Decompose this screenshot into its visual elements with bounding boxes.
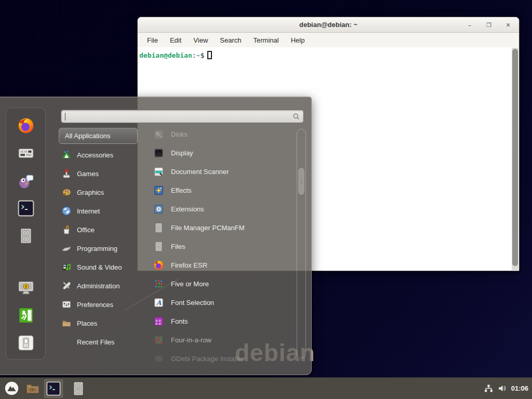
favorite-lock-screen[interactable] (17, 279, 35, 297)
app-font-selection[interactable]: AFont Selection (146, 293, 297, 312)
tray-network[interactable] (484, 384, 493, 393)
volume-icon (498, 384, 507, 393)
file-cabinet-icon (153, 222, 164, 233)
favorite-firefox[interactable] (17, 117, 35, 135)
menu-terminal[interactable]: Terminal (254, 36, 279, 44)
svg-text:[D:: [D: (29, 388, 36, 392)
app-label: Display (171, 149, 193, 157)
firefox-icon (153, 260, 164, 271)
effects-icon (153, 185, 164, 196)
terminal-scrollbar-thumb[interactable] (512, 49, 518, 266)
menu-logo-icon (4, 381, 20, 396)
app-fonts[interactable]: a aa aFonts (146, 312, 297, 330)
panel-launcher-menu[interactable] (3, 379, 21, 398)
close-button[interactable]: ✕ (504, 21, 512, 29)
category-games[interactable]: Games (59, 164, 145, 183)
favorite-control-center[interactable] (17, 144, 35, 162)
clock[interactable]: 01:06 (511, 384, 528, 392)
category-label: All Applications (65, 132, 110, 140)
category-programming[interactable]: Programming (59, 239, 145, 258)
app-effects[interactable]: Effects (146, 181, 297, 200)
office-icon (61, 224, 72, 235)
category-all-applications[interactable]: All Applications (59, 128, 138, 144)
category-label: Administration (77, 282, 119, 290)
control-center-icon (17, 144, 35, 162)
app-gdebi-package-installer[interactable]: GDebi Package Installer (146, 349, 297, 368)
panel-launcher-files[interactable] (69, 379, 88, 398)
system-tray: 01:06 (484, 384, 532, 393)
terminal-icon (46, 381, 61, 396)
places-icon (61, 318, 72, 328)
category-graphics[interactable]: Graphics (59, 183, 145, 202)
gdebi-icon (153, 353, 164, 364)
category-recent-files[interactable]: Recent Files (59, 332, 145, 351)
favorite-pidgin[interactable] (17, 172, 35, 190)
category-label: Places (77, 320, 97, 327)
four-in-a-row-icon (153, 335, 164, 345)
category-label: Sound & Video (77, 263, 122, 271)
terminal-cursor (207, 51, 212, 59)
app-extensions[interactable]: Extensions (146, 200, 297, 218)
search-input[interactable] (61, 110, 304, 123)
maximize-button[interactable]: ❐ (485, 21, 493, 29)
category-office[interactable]: Office (59, 220, 145, 239)
app-five-or-more[interactable]: Five or More (146, 274, 297, 293)
app-display[interactable]: Display (146, 143, 297, 162)
graphics-icon (61, 187, 72, 197)
firefox-icon (17, 117, 35, 135)
app-label: Font Selection (171, 299, 214, 307)
terminal-title: debian@debian: ~ (138, 21, 519, 29)
app-files[interactable]: Files (146, 237, 297, 256)
panel-launcher-file-manager[interactable]: [D: (23, 379, 42, 398)
menu-scrollbar-thumb[interactable] (298, 168, 304, 195)
menu-file[interactable]: File (147, 36, 158, 44)
category-administration[interactable]: Administration (59, 276, 145, 295)
menu-scrollbar[interactable] (297, 129, 306, 358)
app-disks[interactable]: Disks (146, 125, 297, 143)
search-caret (65, 113, 65, 121)
category-accessories[interactable]: Accessories (59, 145, 145, 164)
favorite-terminal[interactable] (17, 200, 35, 217)
panel-launcher-terminal[interactable] (44, 379, 63, 398)
app-label: Disks (171, 130, 188, 138)
category-sound-video[interactable]: Sound & Video (59, 258, 145, 276)
minimize-button[interactable]: – (466, 21, 473, 29)
favorite-file-manager[interactable] (17, 227, 35, 245)
panel-launchers: [D: (0, 378, 90, 399)
svg-text:A: A (156, 299, 162, 307)
file-cabinet-icon (71, 381, 86, 396)
menu-search[interactable]: Search (220, 36, 241, 44)
terminal-scrollbar[interactable] (512, 48, 518, 270)
app-firefox-esr[interactable]: Firefox ESR (146, 256, 297, 274)
category-places[interactable]: Places (59, 314, 145, 332)
favorite-shutdown[interactable] (17, 334, 35, 352)
fonts-icon: a aa a (153, 316, 164, 327)
tray-volume[interactable] (498, 384, 507, 393)
app-file-manager-pcmanfm[interactable]: File Manager PCManFM (146, 218, 297, 237)
app-label: Fonts (171, 317, 188, 325)
font-selection-icon: A (153, 297, 164, 308)
category-label: Graphics (77, 189, 104, 196)
favorite-log-out[interactable] (17, 307, 35, 324)
terminal-window-icon (144, 21, 151, 28)
app-document-scanner[interactable]: Document Scanner (146, 162, 297, 181)
menu-view[interactable]: View (193, 36, 208, 44)
category-label: Office (77, 226, 95, 234)
network-icon (484, 384, 493, 393)
category-label: Accessories (77, 151, 113, 159)
menu-help[interactable]: Help (291, 36, 305, 44)
administration-icon (61, 281, 72, 291)
display-icon (153, 148, 164, 158)
accessories-icon (61, 150, 72, 160)
app-four-in-a-row[interactable]: Four-in-a-row (146, 330, 297, 349)
category-preferences[interactable]: Preferences (59, 295, 145, 314)
category-internet[interactable]: Internet (59, 202, 145, 220)
app-label: Document Scanner (171, 168, 229, 176)
app-label: Firefox ESR (171, 261, 207, 269)
terminal-titlebar[interactable]: debian@debian: ~ – ❐ ✕ (138, 17, 519, 33)
menu-edit[interactable]: Edit (170, 36, 181, 44)
prompt-separator: : (192, 51, 196, 59)
app-label: Files (171, 243, 185, 250)
pidgin-icon (17, 172, 35, 190)
sound-video-icon (61, 262, 72, 272)
